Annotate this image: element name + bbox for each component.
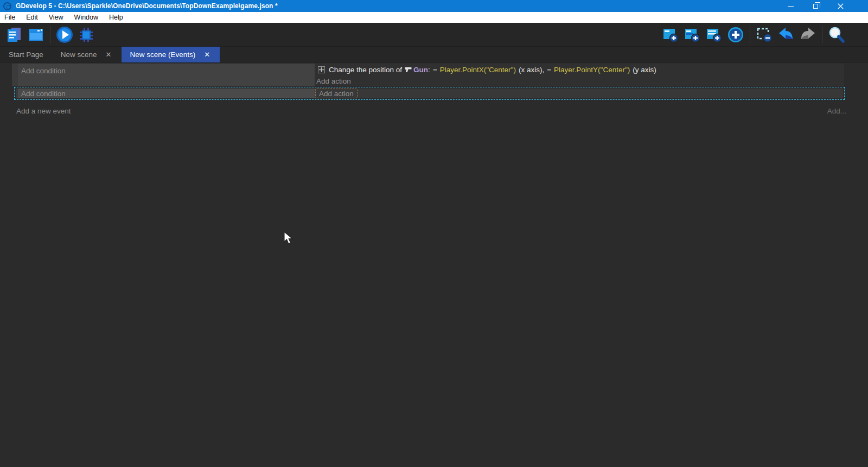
tab-bar: Start Page New scene ✕ New scene (Events… [0, 47, 868, 63]
title-bar: GDevelop 5 - C:\Users\Sparkle\OneDrive\D… [0, 0, 868, 12]
redo-button[interactable] [798, 25, 818, 45]
add-action-link[interactable]: Add action [319, 90, 354, 98]
action-text: : [428, 66, 430, 74]
sheet-footer: Add a new event Add... [16, 107, 846, 115]
gun-object-icon [405, 67, 412, 73]
object-name: Gun [413, 66, 428, 74]
toolbar-separator [750, 26, 750, 43]
menu-bar: File Edit View Window Help [0, 12, 868, 23]
tab-label: New scene [61, 51, 97, 59]
action-text: Change the position of [329, 66, 402, 74]
delete-selection-button[interactable] [755, 25, 774, 45]
toolbar-right-group [660, 25, 847, 45]
toolbar-separator [50, 26, 50, 43]
menu-view[interactable]: View [49, 14, 68, 21]
close-icon [838, 3, 844, 9]
add-condition-link[interactable]: Add condition [21, 67, 66, 75]
debugger-chip-icon [78, 26, 95, 43]
selected-event-row[interactable]: Add condition Add action [14, 87, 845, 100]
add-condition-link[interactable]: Add condition [21, 90, 66, 98]
menu-help[interactable]: Help [109, 14, 127, 21]
gdevelop-logo-icon [3, 2, 11, 10]
titlebar-spacer [853, 0, 868, 12]
add-circle-icon [727, 26, 744, 43]
event-row[interactable]: Add condition Change the position of Gun… [12, 64, 844, 86]
close-button[interactable] [828, 0, 853, 12]
undo-icon [777, 26, 795, 43]
play-preview-button[interactable] [55, 25, 74, 45]
event1-actions-column: Change the position of Gun: = Player.Poi… [315, 64, 844, 86]
search-icon [828, 26, 845, 43]
expression-y: Player.PointY("Center") [554, 66, 630, 74]
play-icon [55, 26, 74, 44]
debug-button[interactable] [76, 25, 96, 45]
tab-close-icon[interactable]: ✕ [105, 51, 113, 59]
delete-selection-icon [756, 27, 773, 43]
toolbar-separator [822, 26, 822, 43]
add-subevent-button[interactable] [682, 25, 702, 45]
minimize-button[interactable] [778, 0, 803, 12]
add-action-link[interactable]: Add action [316, 77, 351, 85]
window-title: GDevelop 5 - C:\Users\Sparkle\OneDrive\D… [16, 2, 278, 10]
operator-text: = [433, 66, 437, 74]
add-subevent-icon [684, 27, 700, 43]
search-events-button[interactable] [827, 25, 846, 45]
add-action-focused[interactable]: Add action [315, 89, 358, 98]
minimize-icon [788, 6, 794, 7]
scene-window-icon [28, 27, 44, 43]
events-sheet: Add condition Change the position of Gun… [0, 64, 868, 467]
event2-conditions-column[interactable]: Add condition [18, 89, 315, 98]
add-event-icon [662, 27, 679, 43]
event1-conditions-column[interactable]: Add condition [18, 64, 315, 86]
tab-new-scene-events[interactable]: New scene (Events) ✕ [122, 47, 220, 62]
restore-icon [813, 4, 818, 9]
add-action-row[interactable]: Add action [315, 76, 844, 86]
menu-file[interactable]: File [4, 14, 20, 21]
menu-edit[interactable]: Edit [26, 14, 42, 21]
tab-close-icon[interactable]: ✕ [203, 51, 211, 59]
tab-new-scene[interactable]: New scene ✕ [52, 47, 122, 62]
add-event-button[interactable] [661, 25, 680, 45]
tab-label: New scene (Events) [130, 51, 196, 59]
add-more-link[interactable]: Add... [827, 107, 846, 115]
add-comment-icon [706, 27, 722, 43]
menu-window[interactable]: Window [74, 14, 103, 21]
project-manager-button[interactable] [4, 25, 24, 45]
add-comment-button[interactable] [704, 25, 724, 45]
redo-icon [799, 26, 816, 43]
operator-text: = [547, 66, 551, 74]
undo-button[interactable] [776, 25, 796, 45]
tab-start-page[interactable]: Start Page [0, 47, 52, 62]
event2-actions-column: Add action [315, 89, 843, 98]
action-text: (y axis) [633, 66, 656, 74]
position-action-icon [317, 66, 326, 74]
restore-button[interactable] [803, 0, 828, 12]
choose-event-button[interactable] [726, 25, 745, 45]
add-new-event-link[interactable]: Add a new event [16, 107, 71, 115]
action-item[interactable]: Change the position of Gun: = Player.Poi… [315, 64, 844, 76]
tab-label: Start Page [9, 51, 43, 59]
scene-editor-button[interactable] [26, 25, 46, 45]
event-gutter[interactable] [12, 64, 18, 86]
window-controls [778, 0, 868, 12]
project-manager-icon [6, 27, 22, 43]
toolbar [0, 23, 868, 47]
action-text: (x axis), [519, 66, 544, 74]
expression-x: Player.PointX("Center") [440, 66, 516, 74]
